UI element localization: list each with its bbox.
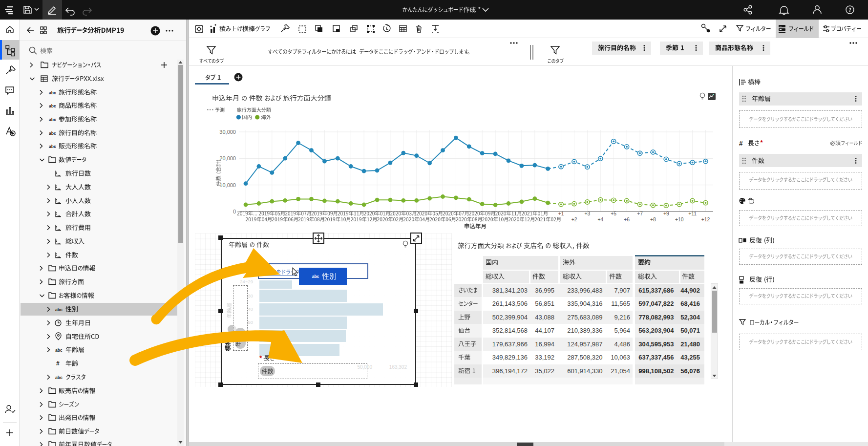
svg-text:#: # — [56, 360, 60, 367]
svg-text:56,851: 56,851 — [535, 300, 554, 307]
svg-text:+6: +6 — [624, 217, 630, 222]
svg-text:998,108,502: 998,108,502 — [638, 367, 674, 375]
svg-text:abc: abc — [55, 307, 63, 312]
svg-text:233,996,483: 233,996,483 — [567, 287, 602, 294]
svg-text:*: * — [760, 139, 763, 146]
svg-text:+1: +1 — [558, 211, 564, 216]
svg-text:4,486: 4,486 — [614, 340, 630, 348]
svg-text:52,304: 52,304 — [680, 314, 700, 321]
svg-text:abc: abc — [49, 131, 56, 136]
svg-text:43,255: 43,255 — [680, 354, 700, 361]
svg-text:50: 50 — [248, 319, 253, 325]
svg-text:335,904,316: 335,904,316 — [567, 300, 602, 307]
svg-text:381,341,203: 381,341,203 — [492, 287, 528, 294]
svg-text:abc: abc — [49, 104, 56, 108]
svg-text:abc: abc — [49, 90, 56, 95]
svg-text:44,902: 44,902 — [680, 287, 700, 294]
svg-text:+4: +4 — [597, 217, 603, 222]
svg-text:50,000: 50,000 — [357, 364, 372, 370]
svg-text:0: 0 — [233, 209, 236, 214]
svg-text:563,203,904: 563,203,904 — [638, 327, 674, 334]
svg-text:+5: +5 — [611, 211, 616, 216]
svg-text:33,192: 33,192 — [535, 354, 554, 361]
svg-text:11,565: 11,565 — [611, 300, 630, 307]
svg-text:16,994: 16,994 — [535, 340, 554, 348]
svg-text:778,082,993: 778,082,993 — [638, 314, 674, 321]
svg-text:+9: +9 — [663, 211, 669, 216]
svg-text:352,814,568: 352,814,568 — [492, 327, 528, 334]
svg-text:163,302: 163,302 — [389, 364, 407, 370]
svg-text:35,022: 35,022 — [535, 367, 554, 375]
svg-text:179,637,966: 179,637,966 — [492, 340, 528, 348]
svg-text:56,076: 56,076 — [680, 367, 700, 375]
svg-text:68,416: 68,416 — [680, 300, 700, 307]
svg-text:#: # — [739, 140, 743, 147]
svg-text:+3: +3 — [585, 211, 591, 216]
svg-text:287,508,320: 287,508,320 — [567, 354, 602, 361]
svg-text:10,063: 10,063 — [611, 354, 630, 361]
svg-text:349,829,136: 349,829,136 — [492, 354, 528, 361]
svg-text:+11: +11 — [688, 211, 697, 216]
svg-text:*: * — [259, 354, 262, 362]
svg-text:+2: +2 — [572, 217, 577, 222]
svg-text:601,914,330: 601,914,330 — [567, 367, 602, 375]
svg-text:210,389,336: 210,389,336 — [567, 327, 602, 334]
svg-text:5,964: 5,964 — [614, 327, 630, 334]
svg-text:30: 30 — [248, 293, 253, 298]
svg-text:304,595,953: 304,595,953 — [638, 340, 674, 348]
svg-text:396,194,172: 396,194,172 — [492, 367, 528, 375]
svg-text:+10: +10 — [675, 217, 684, 222]
svg-text:637,337,456: 637,337,456 — [638, 354, 674, 361]
svg-text:+8: +8 — [650, 217, 656, 222]
svg-text:30,000: 30,000 — [219, 129, 236, 135]
svg-text:615,337,686: 615,337,686 — [638, 287, 674, 294]
svg-text:+12: +12 — [701, 217, 710, 222]
svg-text:20,000: 20,000 — [219, 155, 236, 161]
svg-text:43,088: 43,088 — [535, 314, 554, 321]
svg-text:abc: abc — [55, 348, 63, 353]
svg-text:40: 40 — [248, 306, 253, 312]
svg-text:36,995: 36,995 — [535, 287, 554, 294]
svg-text:124,957,987: 124,957,987 — [567, 340, 602, 348]
svg-text:275,683,089: 275,683,089 — [567, 314, 602, 321]
svg-text:261,143,506: 261,143,506 — [492, 300, 528, 307]
svg-text:24~29: 24~29 — [240, 279, 253, 284]
svg-text:abc: abc — [49, 117, 56, 122]
svg-text:abc: abc — [312, 274, 319, 279]
svg-text:7,907: 7,907 — [614, 287, 630, 294]
svg-text:abc: abc — [55, 375, 63, 380]
svg-text:9,216: 9,216 — [614, 314, 630, 321]
svg-text:21,054: 21,054 — [611, 367, 630, 375]
svg-text:502,399,904: 502,399,904 — [492, 314, 528, 321]
svg-text:abc: abc — [49, 144, 56, 149]
svg-text:597,047,822: 597,047,822 — [638, 300, 674, 307]
svg-text:50,071: 50,071 — [680, 327, 700, 334]
svg-text:44,107: 44,107 — [535, 327, 554, 334]
svg-text:10,000: 10,000 — [219, 182, 236, 188]
svg-text:+7: +7 — [637, 211, 643, 216]
svg-text:21,480: 21,480 — [680, 340, 700, 348]
